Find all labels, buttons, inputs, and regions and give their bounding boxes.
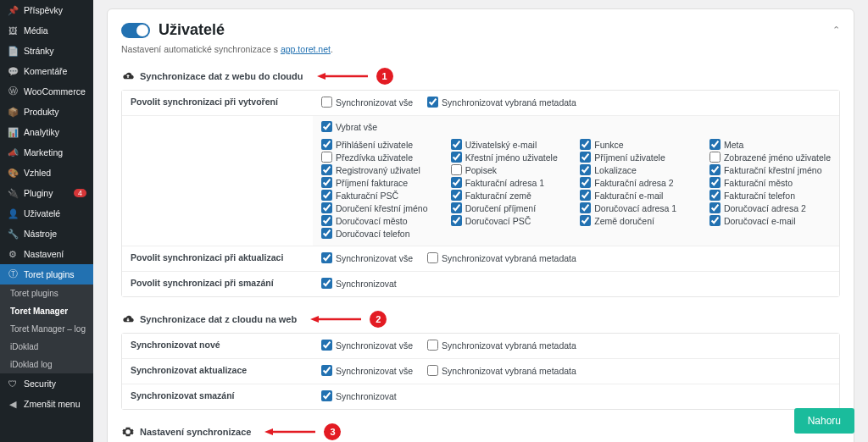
sidebar-item-tools[interactable]: 🔧Nástroje (0, 224, 93, 244)
meta-checkbox[interactable]: Doručovací adresa 2 (709, 202, 831, 213)
select-all-meta[interactable] (321, 121, 332, 132)
module-toggle[interactable] (121, 23, 150, 38)
meta-checkbox[interactable]: Zobrazené jméno uživatele (709, 152, 831, 163)
woo-icon: Ⓦ (7, 86, 19, 97)
meta-checkbox[interactable]: Příjmení uživatele (580, 152, 701, 163)
gear-icon (121, 425, 135, 439)
tools-icon: 🔧 (7, 228, 19, 240)
section-sync-settings: Nastavení synchronizace 3 (121, 418, 840, 442)
section-cloud-to-web: Synchronizace dat z cloudu na web 2 (121, 306, 840, 333)
pin-icon: 📌 (7, 4, 19, 16)
sync-all-update[interactable] (321, 252, 332, 263)
comment-icon: 💬 (7, 65, 19, 77)
analytics-icon: 📊 (7, 126, 19, 138)
callout-2: 2 (370, 311, 387, 328)
arrow-annotation (317, 72, 368, 80)
main-content: Uživatelé ⌃ Nastavení automatické synchr… (93, 0, 868, 442)
meta-checkbox[interactable]: Fakturační telefon (709, 190, 831, 201)
svg-marker-3 (310, 316, 319, 323)
user-icon: 👤 (7, 207, 19, 219)
meta-checkbox[interactable]: Doručovací PSČ (451, 215, 572, 226)
sidebar-item-appearance[interactable]: 🎨Vzhled (0, 163, 93, 183)
scroll-top-button[interactable]: Nahoru (794, 408, 854, 434)
sync-new-all[interactable] (321, 340, 332, 351)
sync-new-selected[interactable] (427, 340, 438, 351)
sidebar-subitem[interactable]: Toret Manager (0, 302, 93, 320)
sidebar-item-settings[interactable]: ⚙Nastavení (0, 244, 93, 264)
meta-checkbox[interactable]: Doručovací město (321, 215, 442, 226)
meta-checkbox[interactable]: Fakturační země (451, 190, 572, 201)
sync-update-selected[interactable] (427, 365, 438, 376)
admin-sidebar: 📌Příspěvky🖼Média📄Stránky💬KomentářeⓌWooCo… (0, 0, 93, 442)
sidebar-item-woo[interactable]: ⓌWooCommerce (0, 81, 93, 102)
sidebar-subitem[interactable]: iDoklad log (0, 356, 93, 373)
meta-checkbox[interactable]: Přezdívka uživatele (321, 152, 442, 163)
sidebar-subitem[interactable]: iDoklad (0, 338, 93, 356)
sidebar-item-user[interactable]: 👤Uživatelé (0, 203, 93, 224)
meta-checkbox[interactable]: Země doručení (580, 215, 701, 226)
sidebar-item-collapse[interactable]: ◀Zmenšit menu (0, 394, 93, 414)
media-icon: 🖼 (7, 25, 19, 36)
collapse-icon: ◀ (7, 398, 19, 410)
meta-checkbox[interactable]: Fakturační adresa 1 (451, 177, 572, 188)
sidebar-item-marketing[interactable]: 📣Marketing (0, 142, 93, 163)
sidebar-item-plugin[interactable]: 🔌Pluginy4 (0, 183, 93, 203)
appearance-icon: 🎨 (7, 167, 19, 179)
meta-checkbox[interactable]: Doručení příjmení (451, 202, 572, 213)
callout-3: 3 (324, 423, 341, 440)
arrow-annotation (264, 428, 315, 436)
meta-checkbox[interactable]: Fakturační adresa 2 (580, 177, 701, 188)
page-title: Uživatelé (159, 21, 225, 39)
subtitle-text: Nastavení automatické synchronizace s ap… (121, 44, 840, 54)
sidebar-item-comment[interactable]: 💬Komentáře (0, 61, 93, 81)
meta-checkbox[interactable]: Doručovací adresa 1 (580, 202, 701, 213)
arrow-annotation (310, 315, 361, 323)
sync-selected-update[interactable] (427, 252, 438, 263)
cloud-download-icon (121, 312, 135, 326)
meta-checkbox[interactable]: Doručení křestní jméno (321, 202, 442, 213)
page-icon: 📄 (7, 45, 19, 57)
sidebar-item-pin[interactable]: 📌Příspěvky (0, 0, 93, 20)
svg-marker-5 (264, 428, 273, 435)
plugin-icon: 🔌 (7, 187, 19, 199)
sync-delete[interactable] (321, 278, 332, 289)
cloud-upload-icon (121, 69, 135, 83)
update-badge: 4 (74, 189, 86, 197)
meta-checkbox[interactable]: Doručovací e-mail (709, 215, 831, 226)
sidebar-item-media[interactable]: 🖼Média (0, 20, 93, 41)
meta-checkbox[interactable]: Fakturační město (709, 177, 831, 188)
meta-checkbox[interactable]: Příjmení fakturace (321, 177, 442, 188)
marketing-icon: 📣 (7, 146, 19, 158)
sync-selected-create[interactable] (427, 97, 438, 108)
meta-checkbox[interactable]: Uživatelský e-mail (451, 139, 572, 150)
sidebar-item-shield[interactable]: 🛡Security (0, 373, 93, 394)
sync-all-create[interactable] (321, 97, 332, 108)
meta-checkbox[interactable]: Meta (709, 139, 831, 150)
sidebar-item-analytics[interactable]: 📊Analytiky (0, 122, 93, 142)
svg-marker-1 (317, 73, 326, 80)
settings-icon: ⚙ (7, 248, 19, 260)
sidebar-item-page[interactable]: 📄Stránky (0, 41, 93, 61)
meta-checkbox[interactable]: Přihlášení uživatele (321, 139, 442, 150)
sync-update-all[interactable] (321, 365, 332, 376)
meta-checkbox[interactable]: Popisek (451, 164, 572, 175)
meta-checkbox[interactable]: Fakturační e-mail (580, 190, 701, 201)
meta-checkbox[interactable]: Fakturační PSČ (321, 190, 442, 201)
meta-checkbox[interactable]: Křestní jméno uživatele (451, 152, 572, 163)
shield-icon: 🛡 (7, 378, 19, 390)
sync-delete-cloud[interactable] (321, 390, 332, 401)
meta-checkbox[interactable]: Registrovaný uživatel (321, 164, 442, 175)
app-link[interactable]: app.toret.net (281, 44, 331, 54)
meta-checkbox[interactable]: Funkce (580, 139, 701, 150)
chevron-up-icon[interactable]: ⌃ (832, 25, 840, 36)
sidebar-subitem[interactable]: Toret Manager – log (0, 320, 93, 338)
toret-icon: Ⓣ (7, 268, 19, 280)
sidebar-item-product[interactable]: 📦Produkty (0, 102, 93, 122)
sidebar-subitem[interactable]: Toret plugins (0, 285, 93, 302)
meta-checkbox[interactable]: Fakturační křestní jméno (709, 164, 831, 175)
sidebar-item-toret[interactable]: ⓉToret plugins (0, 264, 93, 285)
callout-1: 1 (376, 68, 393, 85)
section-web-to-cloud: Synchronizace dat z webu do cloudu 1 (121, 63, 840, 90)
meta-checkbox[interactable]: Doručovací telefon (321, 228, 442, 239)
meta-checkbox[interactable]: Lokalizace (580, 164, 701, 175)
